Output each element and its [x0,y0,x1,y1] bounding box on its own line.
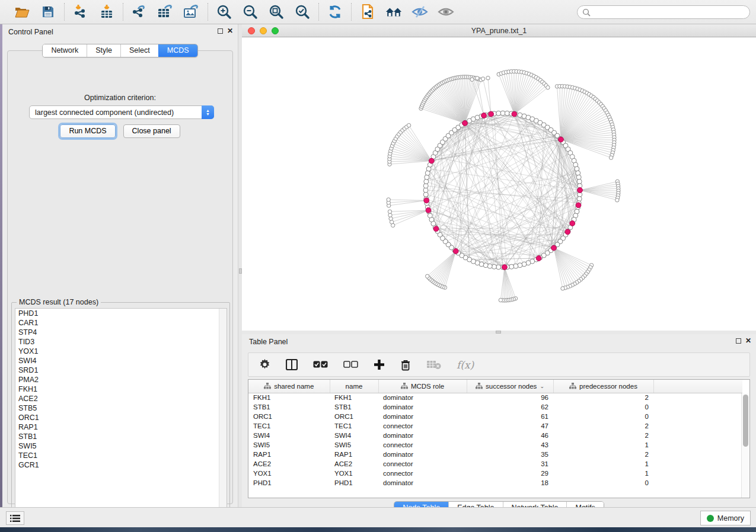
network-node[interactable] [496,111,501,116]
column-header-name[interactable]: name [330,380,378,393]
export-network-button[interactable] [130,3,148,21]
cell-successors[interactable]: 29 [467,469,553,478]
mcds-result-item[interactable]: SWI4 [15,356,227,366]
table-row[interactable]: ORC1ORC1dominator610 [248,412,742,421]
import-network-button[interactable] [72,3,90,21]
network-node[interactable] [423,192,428,197]
network-leaf-node[interactable] [486,76,490,80]
network-dominator-node[interactable] [481,113,487,118]
network-node[interactable] [492,264,496,269]
new-network-from-selection-button[interactable] [359,3,377,21]
network-node[interactable] [423,188,428,193]
network-leaf-node[interactable] [470,78,474,81]
network-node[interactable] [505,111,509,116]
table-row[interactable]: RAP1RAP1dominator352 [248,450,742,459]
task-history-button[interactable] [6,511,24,525]
cell-successors[interactable]: 31 [467,459,553,469]
tab-select[interactable]: Select [120,44,158,57]
export-table-button[interactable] [157,3,174,21]
cell-shared_name[interactable]: ACE2 [248,459,330,469]
mcds-result-item[interactable]: ORC1 [15,413,227,422]
network-dominator-node[interactable] [578,188,583,193]
network-leaf-node[interactable] [426,274,429,278]
mcds-result-item[interactable]: STB1 [15,432,227,441]
cell-role[interactable]: dominator [378,412,467,421]
cell-predecessors[interactable]: 2 [553,450,653,459]
mcds-list-scrollbar[interactable] [219,309,227,515]
network-node[interactable] [577,179,582,184]
cell-predecessors[interactable]: 0 [553,478,653,488]
search-field[interactable] [577,5,750,19]
table-row[interactable]: YOX1YOX1connector291 [248,469,742,478]
cell-predecessors[interactable]: 1 [553,459,653,469]
cell-name[interactable]: STB1 [330,402,378,412]
mcds-result-item[interactable]: STP4 [15,328,227,337]
zoom-in-button[interactable] [215,3,233,21]
network-leaf-node[interactable] [546,86,550,89]
cell-role[interactable]: connector [378,459,467,469]
cell-successors[interactable]: 47 [467,421,553,431]
splitter-handle[interactable] [496,331,501,334]
vertical-splitter[interactable] [238,24,242,507]
mcds-result-list[interactable]: PHD1CAR1STP4TID3YOX1SWI4SRD1PMA2FKH1ACE2… [15,308,227,515]
network-dominator-node[interactable] [489,111,494,117]
cell-successors[interactable]: 35 [467,450,553,459]
network-dominator-node[interactable] [424,198,429,203]
cell-name[interactable]: PHD1 [330,478,378,488]
tab-style[interactable]: Style [87,44,120,57]
select-all-rows-button[interactable] [313,361,328,368]
cell-name[interactable]: ORC1 [330,412,378,421]
close-panel-button[interactable]: Close panel [123,124,180,138]
cell-shared_name[interactable]: SWI4 [248,431,330,440]
show-all-button[interactable] [437,3,455,21]
cell-successors[interactable]: 62 [467,402,553,412]
table-row[interactable]: STB1STB1dominator620 [248,402,742,412]
cell-shared_name[interactable]: ORC1 [248,412,330,421]
cell-role[interactable]: dominator [378,393,467,402]
delete-column-button[interactable] [400,359,411,371]
cell-role[interactable]: connector [378,469,467,478]
cell-shared_name[interactable]: STB1 [248,402,330,412]
float-panel-icon[interactable] [218,28,223,34]
table-scrollbar[interactable] [741,393,749,498]
mcds-result-item[interactable]: PHD1 [15,309,227,318]
mcds-result-item[interactable]: FKH1 [15,384,227,394]
cell-name[interactable]: YOX1 [330,469,378,478]
network-leaf-node[interactable] [387,198,390,201]
cell-name[interactable]: RAP1 [330,450,378,459]
network-dominator-node[interactable] [433,226,439,232]
network-dominator-node[interactable] [512,111,517,117]
cell-shared_name[interactable]: PHD1 [248,478,330,488]
open-file-button[interactable] [13,3,31,21]
cell-predecessors[interactable]: 0 [553,412,653,421]
network-leaf-node[interactable] [499,298,502,302]
zoom-selected-button[interactable] [294,3,311,21]
cell-name[interactable]: SWI5 [330,440,378,450]
network-node[interactable] [423,184,428,188]
cell-successors[interactable]: 61 [467,412,553,421]
cell-role[interactable]: dominator [378,478,467,488]
network-dominator-node[interactable] [576,203,581,208]
mcds-result-item[interactable]: SRD1 [15,366,227,375]
network-dominator-node[interactable] [429,158,434,164]
tab-network[interactable]: Network [43,44,87,57]
float-panel-icon[interactable] [736,338,741,344]
network-dominator-node[interactable] [502,265,508,270]
tab-mcds[interactable]: MCDS [158,44,197,57]
column-header-MCDS-role[interactable]: MCDS role [378,380,467,393]
close-panel-icon[interactable]: ✕ [227,28,233,34]
mcds-result-item[interactable]: TEC1 [15,451,227,460]
table-row[interactable]: FKH1FKH1dominator962 [248,393,742,402]
network-dominator-node[interactable] [570,221,575,226]
close-panel-icon[interactable]: ✕ [745,338,751,344]
network-dominator-node[interactable] [565,229,570,235]
network-node[interactable] [496,265,501,270]
table-scrollbar-thumb[interactable] [743,395,748,447]
network-dominator-node[interactable] [559,137,564,142]
network-node[interactable] [509,264,514,269]
cell-predecessors[interactable]: 2 [553,393,653,402]
save-session-button[interactable] [39,3,57,21]
cell-predecessors[interactable]: 2 [553,431,653,440]
network-leaf-node[interactable] [407,123,410,127]
table-settings-button[interactable] [259,359,270,370]
